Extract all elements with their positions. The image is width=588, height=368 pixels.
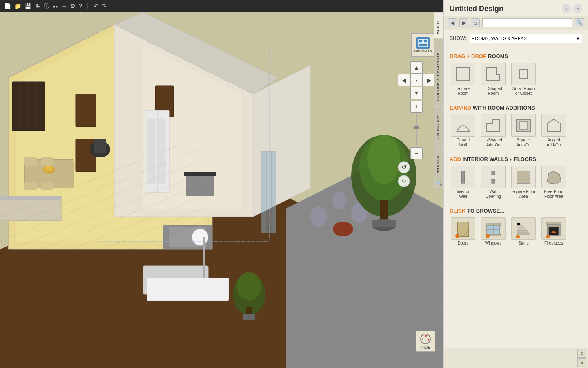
svg-point-55	[310, 206, 327, 227]
doors-label: Doors	[458, 241, 469, 246]
nav-right-button[interactable]: ▶	[423, 74, 435, 86]
panel-search-input[interactable]	[482, 18, 572, 27]
blueprint-icon	[416, 37, 430, 49]
open-icon[interactable]: 📁	[14, 3, 21, 9]
print-icon[interactable]: 🖶	[35, 3, 40, 9]
svg-rect-53	[266, 151, 271, 233]
item-angled-addon[interactable]: AngledAdd-On	[540, 114, 567, 148]
panel-home-button[interactable]: ⌂	[471, 18, 480, 27]
nav-up-button[interactable]: ▲	[410, 61, 423, 74]
panel-search-button[interactable]: 🔍	[575, 18, 584, 27]
vtab-search[interactable]: 🔍	[434, 179, 443, 188]
stairs-label: Stairs	[518, 241, 529, 246]
help-icon[interactable]: ?	[79, 3, 82, 9]
svg-rect-85	[457, 68, 470, 80]
lshaped-room-label: L-ShapedRoom	[484, 86, 502, 96]
drag-drop-black: ROOMS	[486, 53, 508, 59]
item-interior-wall[interactable]: InteriorWall	[450, 166, 477, 199]
topbar-left: 📄 📁 💾 🖶 ⓘ ☷ → ⚙ ? | ↶ ↷	[4, 2, 107, 10]
zoom-in-button[interactable]: +	[410, 101, 423, 113]
hide-button[interactable]: HIDE	[416, 331, 435, 352]
svg-rect-117	[517, 225, 523, 228]
interior-wall-icon-box	[451, 166, 475, 188]
show-label: SHOW:	[450, 36, 466, 41]
item-square-room[interactable]: SquareRoom	[450, 63, 477, 96]
svg-rect-68	[243, 314, 255, 320]
vtab-furnish[interactable]: FURNISH & DECORATE	[434, 40, 443, 105]
svg-rect-91	[519, 122, 528, 129]
svg-rect-39	[24, 157, 37, 166]
svg-rect-23	[76, 94, 96, 127]
nav-left-button[interactable]: ◀	[398, 74, 410, 86]
panel-back-button[interactable]: ◀	[448, 18, 457, 27]
zoom-track[interactable]	[416, 114, 417, 146]
redo-icon[interactable]: ↷	[102, 3, 107, 9]
svg-rect-64	[372, 220, 396, 227]
export-icon[interactable]: →	[61, 3, 67, 9]
nav-down-button[interactable]: ▼	[410, 87, 423, 99]
collapse-up-button[interactable]: «	[577, 349, 586, 358]
vtab-landscape[interactable]: LANDSCAPE	[434, 106, 443, 146]
info-icon[interactable]: ⓘ	[44, 2, 49, 10]
windows-label: Windows	[485, 241, 502, 246]
item-lshaped-room[interactable]: L-ShapedRoom	[480, 63, 507, 96]
item-square-floor[interactable]: Square FloorArea	[510, 166, 537, 199]
settings-icon[interactable]: ⚙	[70, 3, 76, 9]
item-small-room[interactable]: Small Roomor Closet	[510, 63, 537, 96]
lshaped-addon-label: L-ShapedAdd-On	[484, 138, 502, 148]
square-addon-icon-box	[511, 114, 536, 137]
interior-wall-label: InteriorWall	[457, 189, 469, 199]
svg-marker-89	[487, 119, 500, 132]
item-curved-wall[interactable]: CurvedWall	[450, 114, 477, 148]
show-dropdown[interactable]: ROOMS, WALLS & AREAS ▼	[470, 34, 582, 43]
panel-info-icon[interactable]: i	[562, 4, 571, 13]
expand-orange: EXPAND	[450, 105, 471, 111]
new-icon[interactable]: 📄	[4, 3, 11, 9]
canvas-area[interactable]: VIEW IN 2D ▲ ◀ ● ▶ ▼ + − ↺ ⚙	[0, 12, 443, 368]
save-icon[interactable]: 💾	[24, 3, 31, 9]
svg-rect-94	[492, 171, 495, 175]
direction-pad: ▲ ◀ ● ▶ ▼	[398, 61, 435, 99]
svg-rect-93	[461, 171, 465, 183]
svg-rect-42	[41, 182, 53, 190]
item-doors[interactable]: Doors	[450, 217, 477, 246]
rotate-button[interactable]: ↺	[398, 161, 410, 173]
svg-point-58	[333, 222, 353, 236]
interior-black: INTERIOR WALLS + FLOORS	[461, 156, 536, 162]
item-lshaped-addon[interactable]: L-ShapedAdd-On	[480, 114, 507, 148]
item-fireplaces[interactable]: Fireplaces	[540, 217, 567, 246]
pages-icon[interactable]: ☷	[53, 3, 58, 9]
square-room-icon-box	[451, 63, 475, 85]
svg-point-44	[45, 166, 53, 171]
svg-point-106	[459, 229, 460, 230]
svg-rect-52	[261, 151, 266, 233]
wall-opening-icon-box	[481, 166, 506, 188]
browse-header: CLICK TO BROWSE...	[450, 208, 582, 214]
drag-drop-orange: DRAG + DROP	[450, 53, 486, 59]
undo-icon[interactable]: ↶	[94, 3, 98, 9]
panel-close-icon[interactable]: ×	[573, 4, 582, 13]
collapse-down-button[interactable]: »	[577, 358, 586, 367]
right-panel: Untitled Design i × ◀ ▶ ⌂ 🔍 SHOW: ROOMS,…	[443, 0, 588, 368]
item-stairs[interactable]: Stairs	[510, 217, 537, 246]
item-windows[interactable]: Windows	[480, 217, 507, 246]
drag-drop-grid: SquareRoom L-ShapedRoom Small Roomor	[450, 63, 582, 96]
zoom-thumb[interactable]	[414, 126, 419, 129]
zoom-out-button[interactable]: −	[410, 147, 423, 159]
nav-center-button[interactable]: ●	[410, 74, 423, 86]
browse-black: TO BROWSE...	[466, 208, 504, 214]
panel-forward-button[interactable]: ▶	[459, 18, 468, 27]
panel-content: DRAG + DROP ROOMS SquareRoom L-Sh	[444, 47, 588, 348]
item-square-addon[interactable]: SquareAdd-On	[510, 114, 537, 148]
vtab-brands[interactable]: BRANDS	[434, 147, 443, 178]
zoom-controls: + −	[398, 101, 435, 159]
doors-icon-box	[451, 217, 475, 240]
collapse-controls: « »	[444, 348, 588, 368]
curved-wall-label: CurvedWall	[457, 138, 470, 148]
settings-control-button[interactable]: ⚙	[398, 175, 410, 187]
svg-point-61	[368, 135, 400, 184]
vtab-build[interactable]: BUILD	[434, 12, 443, 39]
view-2d-button[interactable]: VIEW IN 2D	[411, 33, 435, 57]
item-freeform-floor[interactable]: Free-FormFloor Area	[540, 166, 567, 199]
item-wall-opening[interactable]: WallOpening	[480, 166, 507, 199]
